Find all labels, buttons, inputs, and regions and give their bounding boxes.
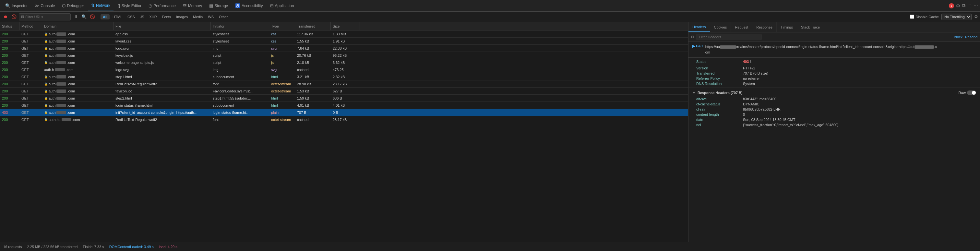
table-header: Status Method Domain File Initiator Type… bbox=[0, 22, 688, 30]
domain-tld: .com bbox=[67, 82, 75, 86]
settings-net-icon[interactable]: ⚙ bbox=[974, 14, 978, 19]
record-button[interactable]: ⏺ bbox=[2, 13, 9, 21]
filter-urls-input[interactable] bbox=[25, 15, 64, 19]
cell-status: 200 bbox=[0, 52, 19, 59]
domain-blur bbox=[56, 111, 66, 114]
network-table-wrap: Status Method Domain File Initiator Type… bbox=[0, 22, 688, 242]
rpanel-tab-request[interactable]: Request bbox=[731, 22, 752, 32]
table-row[interactable]: 200 GET 🔒 auth .com login-status-iframe.… bbox=[0, 102, 688, 109]
transferred-label: Transferred bbox=[696, 71, 741, 75]
cell-method: GET bbox=[19, 45, 42, 52]
table-row[interactable]: 200 GET 🔒 auth .com favicon.ico FaviconL… bbox=[0, 87, 688, 95]
more-icon[interactable]: ⋯ bbox=[974, 3, 978, 8]
cell-size: 627 B bbox=[331, 87, 360, 94]
cell-domain: 🔒 auth .com bbox=[42, 87, 113, 94]
dock-icon[interactable]: ⬚ bbox=[967, 3, 972, 8]
domain-text: auth bbox=[49, 96, 56, 100]
domain-tld: .com bbox=[67, 96, 75, 100]
tab-application[interactable]: ⊞ Application bbox=[267, 1, 298, 10]
cell-size: 4.01 kB bbox=[331, 102, 360, 109]
cell-file: init?client_id=account-console&origin=ht… bbox=[113, 109, 211, 116]
date-name: date bbox=[696, 118, 741, 122]
tab-performance[interactable]: ◷ Performance bbox=[145, 1, 179, 10]
table-row[interactable]: 200 GET 🔒 auth .com step1.html subdocume… bbox=[0, 73, 688, 80]
disable-cache-checkbox[interactable] bbox=[910, 14, 914, 19]
block-button[interactable]: Block bbox=[954, 35, 963, 39]
filter-images[interactable]: Images bbox=[174, 14, 190, 19]
filter-html[interactable]: HTML bbox=[110, 14, 124, 19]
lock-icon: 🔒 bbox=[44, 32, 48, 36]
table-row[interactable]: 403 GET 🔒 auth .com init?client_id=accou… bbox=[0, 109, 688, 116]
filter-all[interactable]: All bbox=[100, 14, 110, 19]
cell-file: app.css bbox=[113, 30, 211, 37]
domain-blur bbox=[56, 89, 66, 93]
tab-inspector[interactable]: 🔍 Inspector bbox=[2, 1, 31, 10]
domain-text: auth.h bbox=[44, 68, 54, 71]
tab-console[interactable]: ≫ Console bbox=[32, 1, 58, 10]
responsive-icon[interactable]: ⧉ bbox=[962, 3, 966, 8]
filter-xhr[interactable]: XHR bbox=[147, 14, 159, 19]
cell-transferred: cached bbox=[295, 116, 331, 123]
cell-type: js bbox=[269, 59, 295, 66]
search-button[interactable]: 🔍 bbox=[80, 13, 88, 21]
clear-button[interactable]: 🚫 bbox=[10, 13, 18, 21]
table-row[interactable]: 200 GET 🔒 auth .com layout.css styleshee… bbox=[0, 38, 688, 45]
table-row[interactable]: 200 GET auth.h .com logo.svg img svg cac… bbox=[0, 66, 688, 73]
filter-other[interactable]: Other bbox=[216, 14, 230, 19]
table-row[interactable]: 200 GET 🔒 auth .com step2.html step1.htm… bbox=[0, 95, 688, 102]
table-row[interactable]: 200 GET 🔒 auth .com logo.svg img svg 7.8… bbox=[0, 45, 688, 52]
rpanel-tab-headers[interactable]: Headers bbox=[689, 22, 710, 32]
domain-blur bbox=[62, 118, 72, 121]
table-row[interactable]: 200 GET 🔒 auth .com app.css stylesheet c… bbox=[0, 30, 688, 38]
cell-initiator: subdocument bbox=[211, 73, 269, 80]
disable-cache-label[interactable]: Disable Cache bbox=[910, 14, 939, 19]
filter-headers-input[interactable] bbox=[697, 34, 761, 40]
filter-media[interactable]: Media bbox=[191, 14, 205, 19]
cell-domain: 🔒 auth.ha .com bbox=[42, 116, 113, 123]
tab-network[interactable]: ⇅ Network bbox=[88, 1, 113, 10]
table-row[interactable]: 200 GET 🔒 auth .com RedHatText-Regular.w… bbox=[0, 80, 688, 87]
rpanel-tab-timings[interactable]: Timings bbox=[777, 22, 797, 32]
filter-icon: ⊟ bbox=[21, 14, 24, 19]
cell-status: 200 bbox=[0, 66, 19, 73]
block-requests-button[interactable]: 🚫 bbox=[89, 13, 96, 21]
table-row[interactable]: 200 GET 🔒 auth.ha .com RedHatText-Regula… bbox=[0, 116, 688, 123]
status-info-icon[interactable]: ℹ bbox=[750, 60, 751, 63]
domain-blur bbox=[55, 68, 65, 71]
tab-debugger[interactable]: ⬡ Debugger bbox=[59, 1, 87, 10]
raw-toggle[interactable]: Raw bbox=[958, 91, 976, 95]
cell-domain: 🔒 auth .com bbox=[42, 30, 113, 37]
cell-method: GET bbox=[19, 52, 42, 59]
filter-fonts[interactable]: Fonts bbox=[160, 14, 173, 19]
response-headers-section-header[interactable]: ▼ Response Headers (707 B) Raw bbox=[689, 89, 980, 96]
cell-type: octet-stream bbox=[269, 80, 295, 87]
throttle-select[interactable]: No ThrottlingOfflineSlow 3GFast 3G bbox=[942, 14, 972, 20]
tab-memory[interactable]: ☲ Memory bbox=[180, 1, 205, 10]
rpanel-tab-response[interactable]: Response bbox=[752, 22, 777, 32]
header-domain: Domain bbox=[42, 22, 113, 30]
domain-text: auth bbox=[49, 89, 56, 93]
cell-initiator: script bbox=[211, 59, 269, 66]
settings-icon[interactable]: ⚙ bbox=[956, 3, 960, 8]
cell-initiator: login-status-iframe.ht… bbox=[211, 109, 269, 116]
response-header-nel: nel {"success_fraction":0,"report_to":"c… bbox=[689, 122, 980, 127]
cell-status: 200 bbox=[0, 102, 19, 109]
tab-style-editor[interactable]: {} Style Editor bbox=[114, 1, 145, 10]
pause-button[interactable]: ⏸ bbox=[72, 13, 79, 21]
table-row[interactable]: 200 GET 🔒 auth .com welcome-page-scripts… bbox=[0, 59, 688, 66]
lock-icon: 🔒 bbox=[44, 47, 48, 50]
tab-accessibility[interactable]: ♿ Accessibility bbox=[232, 1, 266, 10]
tab-storage[interactable]: ▦ Storage bbox=[206, 1, 231, 10]
filter-css[interactable]: CSS bbox=[125, 14, 137, 19]
rpanel-tab-stack-trace[interactable]: Stack Trace bbox=[797, 22, 824, 32]
filter-js[interactable]: JS bbox=[138, 14, 146, 19]
table-row[interactable]: 200 GET 🔒 auth .com keycloak.js script j… bbox=[0, 52, 688, 59]
raw-toggle-switch[interactable] bbox=[967, 91, 976, 95]
rpanel-tab-cookies[interactable]: Cookies bbox=[710, 22, 731, 32]
referrer-policy-label: Referrer Policy bbox=[696, 76, 741, 80]
domain-text: auth bbox=[49, 82, 56, 86]
filter-ws[interactable]: WS bbox=[205, 14, 216, 19]
cell-initiator: img bbox=[211, 66, 269, 73]
cell-status: 200 bbox=[0, 87, 19, 94]
resend-button[interactable]: Resend bbox=[965, 35, 977, 39]
